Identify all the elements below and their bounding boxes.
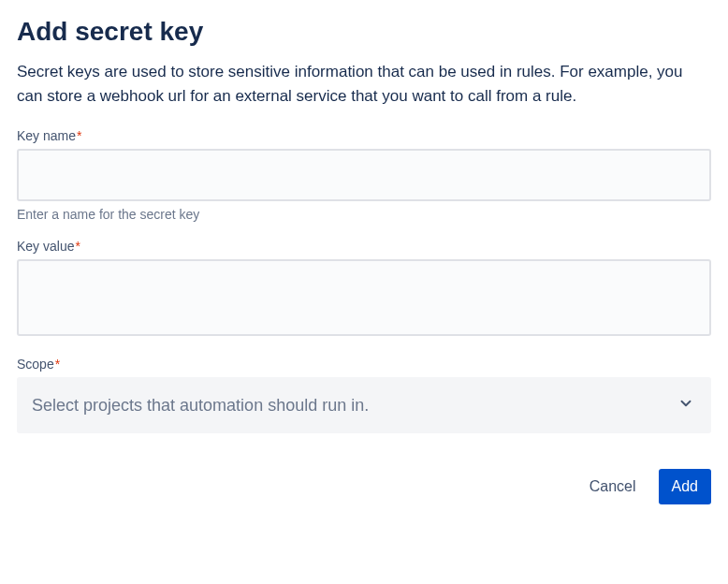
dialog-footer: Cancel Add	[17, 469, 711, 504]
key-value-label: Key value*	[17, 239, 711, 254]
key-value-label-text: Key value	[17, 239, 74, 254]
required-asterisk: *	[75, 239, 80, 254]
key-name-label: Key name*	[17, 128, 711, 143]
key-name-input[interactable]	[17, 149, 711, 201]
scope-placeholder: Select projects that automation should r…	[32, 396, 369, 416]
cancel-button[interactable]: Cancel	[576, 469, 649, 504]
page-title: Add secret key	[17, 17, 711, 47]
key-name-field: Key name* Enter a name for the secret ke…	[17, 128, 711, 222]
scope-select-wrap: Select projects that automation should r…	[17, 377, 711, 433]
key-name-help: Enter a name for the secret key	[17, 207, 711, 222]
key-value-input[interactable]	[17, 259, 711, 336]
page-description: Secret keys are used to store sensitive …	[17, 60, 711, 108]
key-name-label-text: Key name	[17, 128, 76, 143]
scope-field: Scope* Select projects that automation s…	[17, 357, 711, 433]
scope-select[interactable]: Select projects that automation should r…	[17, 377, 711, 433]
required-asterisk: *	[77, 128, 81, 143]
required-asterisk: *	[55, 357, 60, 372]
scope-label: Scope*	[17, 357, 711, 372]
add-button[interactable]: Add	[659, 469, 711, 504]
key-value-field: Key value*	[17, 239, 711, 340]
scope-label-text: Scope	[17, 357, 54, 372]
